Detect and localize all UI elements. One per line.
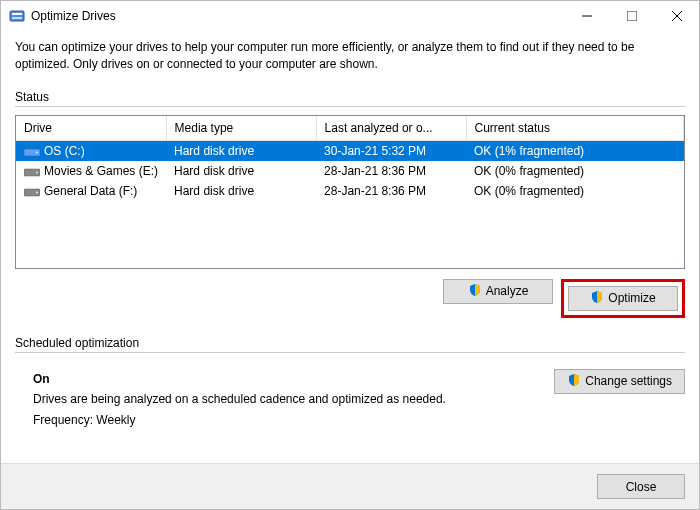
svg-point-12 bbox=[36, 191, 38, 193]
close-window-button[interactable] bbox=[654, 1, 699, 31]
svg-rect-0 bbox=[10, 11, 24, 21]
separator bbox=[15, 352, 685, 353]
description-text: You can optimize your drives to help you… bbox=[15, 39, 685, 74]
titlebar: Optimize Drives bbox=[1, 1, 699, 31]
footer: Close bbox=[1, 463, 699, 509]
drive-name: General Data (F:) bbox=[44, 184, 137, 198]
col-status[interactable]: Current status bbox=[466, 116, 683, 141]
optimize-button[interactable]: Optimize bbox=[568, 286, 678, 311]
close-label: Close bbox=[626, 480, 657, 494]
drive-list[interactable]: Drive Media type Last analyzed or o... C… bbox=[15, 115, 685, 269]
drive-name: Movies & Games (E:) bbox=[44, 164, 158, 178]
shield-icon bbox=[468, 283, 482, 300]
analyze-label: Analyze bbox=[486, 284, 529, 298]
last-analyzed: 28-Jan-21 8:36 PM bbox=[316, 181, 466, 201]
close-icon bbox=[672, 11, 682, 21]
last-analyzed: 28-Jan-21 8:36 PM bbox=[316, 161, 466, 181]
drive-icon bbox=[24, 146, 40, 158]
drive-icon bbox=[24, 166, 40, 178]
svg-rect-4 bbox=[627, 12, 636, 21]
scheduled-state: On bbox=[33, 369, 554, 389]
last-analyzed: 30-Jan-21 5:32 PM bbox=[316, 140, 466, 161]
svg-rect-2 bbox=[12, 17, 22, 19]
media-type: Hard disk drive bbox=[166, 181, 316, 201]
close-button[interactable]: Close bbox=[597, 474, 685, 499]
change-settings-button[interactable]: Change settings bbox=[554, 369, 685, 394]
table-row[interactable]: Movies & Games (E:)Hard disk drive28-Jan… bbox=[16, 161, 684, 181]
shield-icon bbox=[590, 290, 604, 307]
maximize-icon bbox=[627, 11, 637, 21]
window-title: Optimize Drives bbox=[31, 9, 564, 23]
change-settings-label: Change settings bbox=[585, 374, 672, 388]
drive-name: OS (C:) bbox=[44, 144, 85, 158]
current-status: OK (0% fragmented) bbox=[466, 161, 683, 181]
optimize-highlight: Optimize bbox=[561, 279, 685, 318]
table-row[interactable]: General Data (F:)Hard disk drive28-Jan-2… bbox=[16, 181, 684, 201]
current-status: OK (0% fragmented) bbox=[466, 181, 683, 201]
separator bbox=[15, 106, 685, 107]
maximize-button[interactable] bbox=[609, 1, 654, 31]
svg-point-10 bbox=[36, 171, 38, 173]
svg-rect-1 bbox=[12, 13, 22, 15]
drive-icon bbox=[24, 186, 40, 198]
scheduled-freq: Frequency: Weekly bbox=[33, 410, 554, 430]
scheduled-label: Scheduled optimization bbox=[15, 336, 685, 350]
analyze-button[interactable]: Analyze bbox=[443, 279, 553, 304]
app-icon bbox=[9, 8, 25, 24]
svg-point-8 bbox=[36, 151, 38, 153]
minimize-icon bbox=[582, 11, 592, 21]
scheduled-desc: Drives are being analyzed on a scheduled… bbox=[33, 389, 554, 409]
media-type: Hard disk drive bbox=[166, 161, 316, 181]
col-last[interactable]: Last analyzed or o... bbox=[316, 116, 466, 141]
window-controls bbox=[564, 1, 699, 31]
col-media[interactable]: Media type bbox=[166, 116, 316, 141]
media-type: Hard disk drive bbox=[166, 140, 316, 161]
minimize-button[interactable] bbox=[564, 1, 609, 31]
table-row[interactable]: OS (C:)Hard disk drive30-Jan-21 5:32 PMO… bbox=[16, 140, 684, 161]
col-drive[interactable]: Drive bbox=[16, 116, 166, 141]
table-header-row: Drive Media type Last analyzed or o... C… bbox=[16, 116, 684, 141]
current-status: OK (1% fragmented) bbox=[466, 140, 683, 161]
shield-icon bbox=[567, 373, 581, 390]
optimize-label: Optimize bbox=[608, 291, 655, 305]
status-label: Status bbox=[15, 90, 685, 104]
